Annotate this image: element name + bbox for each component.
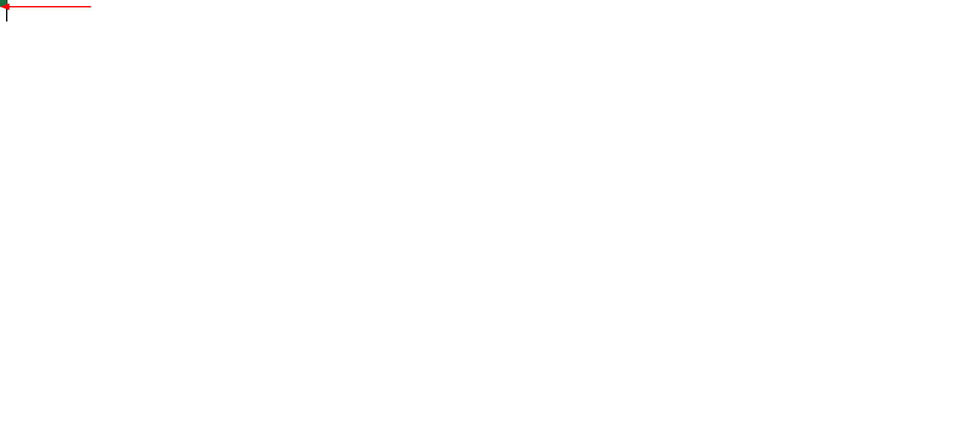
annotation-arrow <box>0 0 94 13</box>
fill-handle[interactable] <box>0 0 7 7</box>
